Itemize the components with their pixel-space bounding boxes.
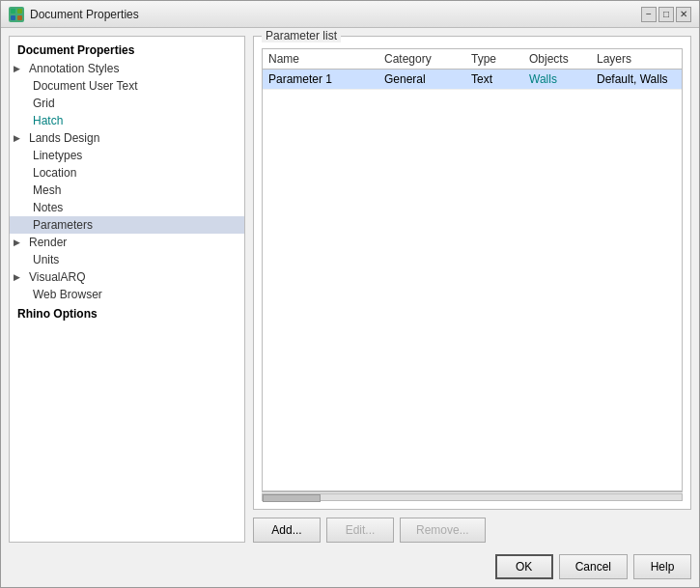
panel-legend: Parameter list xyxy=(262,29,341,42)
sidebar-item-web-browser[interactable]: Web Browser xyxy=(10,286,244,303)
sidebar-item-notes[interactable]: Notes xyxy=(10,199,244,216)
col-header-category: Category xyxy=(378,49,465,70)
svg-rect-1 xyxy=(17,9,22,14)
col-header-type: Type xyxy=(465,49,523,70)
sidebar-item-label: Parameters xyxy=(33,218,93,232)
table-row[interactable]: Parameter 1 General Text Walls Default, … xyxy=(263,70,682,90)
sidebar: Document Properties ▶ Annotation Styles … xyxy=(9,36,245,543)
title-bar: Document Properties − □ ✕ xyxy=(1,1,699,28)
sidebar-item-parameters[interactable]: Parameters xyxy=(10,216,244,234)
window: Document Properties − □ ✕ Document Prope… xyxy=(0,0,700,588)
parameter-table-wrapper: Name Category Type Objects Layers Parame… xyxy=(262,48,683,491)
sidebar-item-mesh[interactable]: Mesh xyxy=(10,182,244,199)
expand-icon: ▶ xyxy=(14,64,25,73)
sidebar-item-label: Hatch xyxy=(33,114,63,127)
sidebar-item-units[interactable]: Units xyxy=(10,251,244,268)
col-header-layers: Layers xyxy=(591,49,682,70)
help-button[interactable]: Help xyxy=(633,554,691,579)
sidebar-item-annotation-styles[interactable]: ▶ Annotation Styles xyxy=(10,60,244,77)
sidebar-item-label: Mesh xyxy=(33,183,61,197)
col-header-name: Name xyxy=(263,49,378,70)
sidebar-section-title: Document Properties xyxy=(10,41,244,60)
window-icon xyxy=(9,7,24,22)
sidebar-item-label: Grid xyxy=(33,97,55,110)
sidebar-rhino-options: Rhino Options xyxy=(10,303,244,322)
scrollbar-thumb[interactable] xyxy=(263,494,321,502)
add-button[interactable]: Add... xyxy=(253,518,321,543)
window-title: Document Properties xyxy=(30,8,641,21)
expand-icon: ▶ xyxy=(14,272,25,282)
ok-button[interactable]: OK xyxy=(495,554,553,579)
sidebar-item-label: Annotation Styles xyxy=(29,62,119,75)
cell-name: Parameter 1 xyxy=(263,70,378,90)
close-button[interactable]: ✕ xyxy=(676,7,691,22)
svg-rect-3 xyxy=(17,15,22,20)
scrollbar-track[interactable] xyxy=(262,493,683,501)
window-controls: − □ ✕ xyxy=(641,7,691,22)
expand-icon: ▶ xyxy=(14,238,25,247)
edit-button[interactable]: Edit... xyxy=(326,518,394,543)
maximize-button[interactable]: □ xyxy=(658,7,674,22)
col-header-objects: Objects xyxy=(523,49,591,70)
sidebar-item-location[interactable]: Location xyxy=(10,164,244,182)
sidebar-item-label: Linetypes xyxy=(33,149,82,162)
panel-content: Name Category Type Objects Layers Parame… xyxy=(254,37,690,509)
sidebar-item-label: Web Browser xyxy=(33,288,102,301)
sidebar-item-lands-design[interactable]: ▶ Lands Design xyxy=(10,129,244,147)
expand-icon: ▶ xyxy=(14,133,25,143)
action-buttons: Add... Edit... Remove... xyxy=(253,518,691,543)
horizontal-scrollbar[interactable] xyxy=(262,491,683,501)
sidebar-item-label: Document User Text xyxy=(33,79,138,93)
sidebar-item-label: Lands Design xyxy=(29,131,99,145)
remove-button[interactable]: Remove... xyxy=(400,518,486,543)
sidebar-item-label: Location xyxy=(33,166,76,180)
main-panel: Parameter list Name Category Type Object… xyxy=(253,36,691,543)
sidebar-item-grid[interactable]: Grid xyxy=(10,95,244,112)
parameter-list-panel: Parameter list Name Category Type Object… xyxy=(253,36,691,510)
cell-objects: Walls xyxy=(523,70,591,90)
cancel-button[interactable]: Cancel xyxy=(559,554,628,579)
sidebar-item-visualarq[interactable]: ▶ VisualARQ xyxy=(10,268,244,286)
sidebar-item-label: Render xyxy=(29,236,67,249)
sidebar-item-render[interactable]: ▶ Render xyxy=(10,234,244,251)
sidebar-item-label: VisualARQ xyxy=(29,270,85,284)
svg-rect-0 xyxy=(11,9,15,14)
minimize-button[interactable]: − xyxy=(641,7,657,22)
parameter-table: Name Category Type Objects Layers Parame… xyxy=(263,49,682,90)
cell-layers: Default, Walls xyxy=(591,70,682,90)
sidebar-item-label: Notes xyxy=(33,201,63,214)
sidebar-item-document-user-text[interactable]: Document User Text xyxy=(10,77,244,95)
svg-rect-2 xyxy=(11,15,15,20)
sidebar-item-hatch[interactable]: Hatch xyxy=(10,112,244,129)
footer: OK Cancel Help xyxy=(1,550,699,587)
sidebar-item-linetypes[interactable]: Linetypes xyxy=(10,147,244,164)
cell-category: General xyxy=(378,70,465,90)
content-area: Document Properties ▶ Annotation Styles … xyxy=(1,28,699,550)
sidebar-item-label: Units xyxy=(33,253,59,266)
cell-type: Text xyxy=(465,70,523,90)
